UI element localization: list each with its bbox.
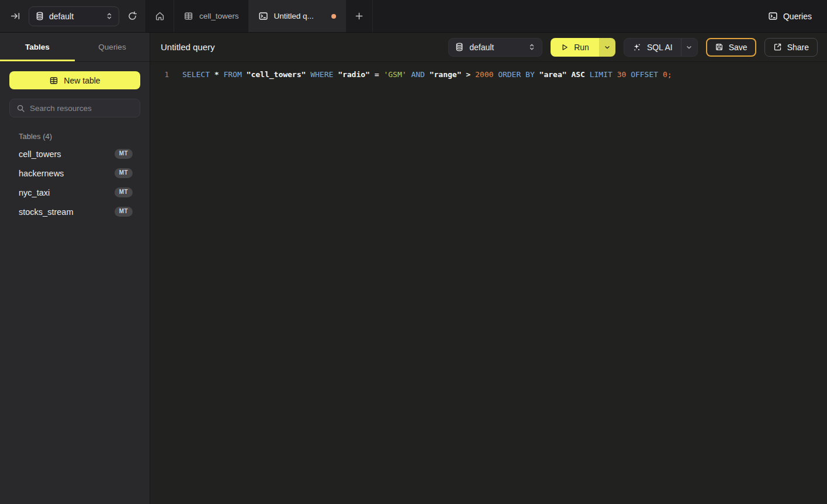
table-engine-badge: MT [115,168,133,178]
collapse-sidebar-button[interactable] [11,11,20,21]
sidebar-tab-queries[interactable]: Queries [75,33,150,61]
database-selector[interactable]: default [29,6,119,26]
save-icon [715,43,724,51]
sql-token: "radio" [338,70,375,79]
sql-code: SELECT * FROM "cell_towers" WHERE "radio… [182,68,672,81]
table-icon [49,76,58,85]
line-number: 1 [160,68,169,81]
play-icon [560,43,569,51]
share-button[interactable]: Share [764,38,818,57]
run-label: Run [574,43,589,52]
table-icon [184,11,193,21]
sql-token: ; [667,70,672,79]
sql-token: ASC [571,70,589,79]
table-engine-badge: MT [115,207,133,217]
sidebar-tab-tables-label: Tables [25,43,50,51]
query-header: Untitled query default [150,33,827,62]
new-tab-button[interactable] [346,0,373,32]
sidebar-tab-queries-label: Queries [98,43,126,51]
run-options-button[interactable] [599,38,615,57]
new-table-button[interactable]: New table [9,71,140,89]
save-label: Save [729,43,748,52]
tab-label: Untitled q... [274,12,314,20]
search-input[interactable] [30,104,133,113]
table-engine-badge: MT [115,149,133,159]
collapse-sidebar-icon [11,11,20,21]
tab-strip: cell_towers Untitled q... [146,0,827,32]
top-bar-left: default [0,0,146,32]
code-line: 1 SELECT * FROM "cell_towers" WHERE "rad… [160,68,827,81]
sidebar-tab-tables[interactable]: Tables [0,33,75,61]
sql-token: 0 [663,70,667,79]
sql-token: AND [411,70,429,79]
top-bar: default [0,0,827,33]
run-button-group: Run [551,38,615,57]
chevron-down-icon [686,44,693,51]
sql-token: > [466,70,475,79]
table-engine-badge: MT [115,187,133,197]
sql-ai-options-button[interactable] [681,39,697,56]
database-selector-value: default [49,12,74,21]
sql-token: SELECT [182,70,214,79]
home-icon [155,11,165,21]
sql-token: FROM [223,70,246,79]
chevron-down-icon [604,44,611,51]
sql-token: 30 [617,70,631,79]
sidebar-body: New table Tables (4) cell_towersMThacker… [0,62,150,231]
app-window: default [0,0,827,504]
share-icon [773,43,782,51]
sql-token: WHERE [310,70,338,79]
database-icon [36,12,44,20]
table-name: nyc_taxi [19,188,50,197]
tab-home[interactable] [146,0,174,32]
table-name: cell_towers [19,150,61,159]
sql-token: "cell_towers" [247,70,311,79]
plus-icon [355,12,364,20]
search-box [9,99,140,117]
table-name: hackernews [19,169,64,178]
console-icon [768,11,778,21]
sql-ai-button-group: SQL AI [624,38,698,57]
share-label: Share [787,43,809,52]
table-name: stocks_stream [19,207,73,217]
sql-token: ORDER BY [498,70,539,79]
table-list-item[interactable]: cell_towersMT [9,144,140,164]
sql-token: "area" [539,70,572,79]
sql-token: 'GSM' [383,70,411,79]
sidebar: Tables Queries New table [0,33,150,504]
unsaved-indicator-dot [331,14,336,19]
sidebar-tab-bar: Tables Queries [0,33,150,62]
tables-section-header: Tables (4) [9,132,140,141]
query-toolbar: default [448,38,818,57]
tab-label: cell_towers [199,12,239,20]
sql-editor[interactable]: 1 SELECT * FROM "cell_towers" WHERE "rad… [150,62,827,504]
queries-panel-label: Queries [783,12,812,21]
new-table-label: New table [64,76,100,85]
refresh-icon [127,11,137,21]
updown-chevron-icon [528,43,535,51]
queries-panel-button[interactable]: Queries [759,0,827,32]
query-title: Untitled query [161,42,215,52]
sql-token: 2000 [475,70,498,79]
sparkles-icon [632,43,642,52]
sql-token: * [214,70,224,79]
query-database-selector[interactable]: default [448,38,542,57]
sql-token: OFFSET [631,70,663,79]
sql-token: = [375,70,384,79]
table-list-item[interactable]: hackernewsMT [9,164,140,183]
table-list-item[interactable]: nyc_taxiMT [9,183,140,202]
tab-cell-towers[interactable]: cell_towers [174,0,249,32]
save-button[interactable]: Save [706,38,756,57]
console-icon [258,11,268,21]
main-panel: Untitled query default [150,33,827,504]
sql-ai-label: SQL AI [647,43,673,52]
sql-token: "range" [430,70,466,79]
table-list-item[interactable]: stocks_streamMT [9,202,140,221]
query-database-value: default [469,43,494,52]
tables-list: cell_towersMThackernewsMTnyc_taxiMTstock… [9,144,140,221]
refresh-button[interactable] [127,11,137,21]
sql-ai-button[interactable]: SQL AI [624,39,681,56]
tab-untitled-query[interactable]: Untitled q... [249,0,346,32]
search-icon [16,104,25,113]
run-button[interactable]: Run [551,38,599,57]
